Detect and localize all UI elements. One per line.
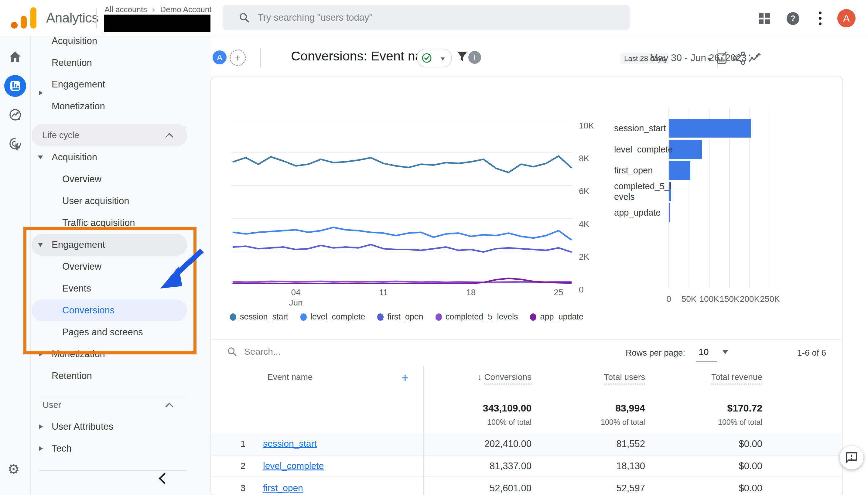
svg-text:100K: 100K [699, 294, 719, 304]
analytics-logo-icon[interactable] [11, 7, 41, 29]
cell-users: 18,130 [530, 461, 645, 472]
total-conversions: 343,109.00 [425, 403, 531, 414]
collection-header-user[interactable]: User [42, 396, 61, 413]
sidebar-item-user-attributes[interactable]: User Attributes [52, 418, 113, 435]
svg-text:04: 04 [291, 288, 300, 297]
help-icon[interactable]: ? [787, 12, 799, 25]
legend-item[interactable]: completed_5_levels [436, 312, 518, 322]
legend-dot-icon [300, 313, 307, 321]
logo-mid-bar [21, 16, 27, 29]
legend-item[interactable]: first_open [377, 312, 423, 322]
table-search-input[interactable] [243, 346, 457, 357]
event-link-session-start[interactable]: session_start [263, 439, 317, 449]
app-wordmark: Analytics [46, 10, 98, 25]
rows-per-page-select[interactable]: 10 [699, 347, 709, 357]
nav-advertising-icon[interactable] [7, 135, 24, 152]
check-circle-icon [422, 53, 432, 63]
column-header-total-revenue[interactable]: Total revenue [647, 372, 762, 382]
row-index: 1 [237, 439, 249, 449]
svg-text:session_start: session_start [614, 123, 666, 133]
legend-label: first_open [387, 312, 423, 322]
nav-reports-icon[interactable] [4, 75, 26, 97]
sidebar-item-tech[interactable]: Tech [52, 440, 71, 457]
conversions-by-event-bar-chart[interactable]: 050K100K150K200K250Ksession_startlevel_c… [610, 103, 841, 313]
kebab-menu-icon[interactable] [818, 12, 822, 25]
collapse-arrow-icon[interactable] [38, 155, 43, 159]
sidebar-item-acquisition-overview[interactable]: Overview [62, 171, 101, 188]
sidebar-item-acquisition[interactable]: Acquisition [52, 149, 97, 166]
date-range-selector[interactable]: May 30 - Jun 26, 2023 [650, 52, 747, 64]
report-user-chip[interactable]: A [212, 50, 226, 64]
svg-text:200K: 200K [740, 294, 760, 304]
column-header-conversions[interactable]: ↓ Conversions [413, 372, 531, 382]
event-link-first-open[interactable]: first_open [263, 483, 303, 493]
row-index: 2 [237, 461, 249, 471]
total-revenue: $170.72 [647, 403, 762, 414]
svg-text:18: 18 [466, 288, 476, 297]
expand-arrow-icon[interactable] [39, 424, 43, 429]
sidebar-item-retention[interactable]: Retention [52, 368, 92, 385]
column-header-event-name[interactable]: Event name [267, 372, 312, 382]
total-conversions-pct: 100% of total [425, 418, 531, 427]
legend-label: session_start [240, 312, 288, 322]
google-apps-icon[interactable] [759, 13, 770, 24]
row-divider [211, 477, 841, 477]
customize-report-icon[interactable] [716, 52, 729, 65]
global-search-input[interactable] [257, 12, 593, 23]
column-header-total-users[interactable]: Total users [530, 372, 645, 382]
conversions-over-time-line-chart[interactable]: 10K8K6K4K2K004Jun111825 [225, 113, 608, 319]
breadcrumb-root[interactable]: All accounts [104, 5, 147, 14]
chart-legend: session_start level_complete first_open … [230, 312, 583, 322]
row-divider [211, 434, 841, 434]
chevron-down-icon[interactable] [722, 350, 728, 354]
cell-users: 81,552 [530, 439, 645, 449]
search-icon [239, 13, 249, 23]
chevron-down-icon[interactable] [707, 58, 713, 62]
expand-arrow-icon[interactable] [39, 90, 43, 95]
chevron-down-icon [441, 57, 445, 61]
pagination-range: 1-6 of 6 [765, 348, 826, 358]
legend-label: app_update [540, 312, 583, 322]
report-status-dropdown[interactable] [417, 49, 452, 67]
cell-revenue: $0.00 [647, 483, 762, 494]
table-top-divider [211, 339, 841, 340]
table-search[interactable] [227, 346, 457, 357]
insights-icon[interactable] [748, 52, 761, 65]
expand-arrow-icon[interactable] [39, 446, 43, 451]
sidebar-item-engagement-summary[interactable]: Engagement [52, 76, 105, 93]
legend-item[interactable]: level_complete [300, 312, 365, 322]
breadcrumb[interactable]: All accounts › Demo Account [104, 5, 211, 14]
legend-dot-icon [230, 313, 236, 321]
nav-home-icon[interactable] [7, 48, 24, 65]
global-search[interactable] [223, 5, 630, 30]
event-link-level-complete[interactable]: level_complete [263, 461, 324, 471]
app-header: Analytics All accounts › Demo Account ? … [0, 0, 868, 36]
cell-revenue: $0.00 [647, 461, 762, 472]
sidebar-item-user-acquisition[interactable]: User acquisition [62, 192, 130, 209]
info-badge[interactable]: I [468, 51, 481, 64]
collection-header-lifecycle[interactable]: Life cycle [42, 126, 79, 144]
add-comparison-button[interactable]: + [229, 50, 246, 66]
svg-text:150K: 150K [719, 294, 739, 304]
feedback-bubble-icon [846, 451, 858, 464]
svg-text:8K: 8K [579, 154, 590, 163]
header-divider [96, 8, 97, 29]
svg-text:level_complete: level_complete [614, 144, 673, 154]
breadcrumb-current[interactable]: Demo Account [160, 5, 211, 14]
add-column-button[interactable]: + [402, 371, 408, 385]
sidebar-item-retention-summary[interactable]: Retention [52, 54, 92, 71]
legend-item[interactable]: session_start [230, 312, 288, 322]
nav-explore-icon[interactable] [7, 106, 24, 123]
account-avatar[interactable]: A [837, 9, 855, 27]
share-icon[interactable] [733, 52, 746, 65]
filter-icon[interactable] [457, 51, 468, 63]
feedback-button[interactable] [840, 446, 864, 470]
svg-text:evels: evels [614, 192, 635, 202]
admin-gear-icon[interactable]: ⚙ [7, 462, 20, 476]
sidebar-item-monetization-summary[interactable]: Monetization [52, 98, 105, 115]
cell-revenue: $0.00 [647, 439, 762, 449]
svg-text:2K: 2K [579, 252, 590, 261]
svg-text:0: 0 [579, 285, 584, 294]
legend-item[interactable]: app_update [530, 312, 583, 322]
total-users: 83,994 [530, 403, 645, 414]
